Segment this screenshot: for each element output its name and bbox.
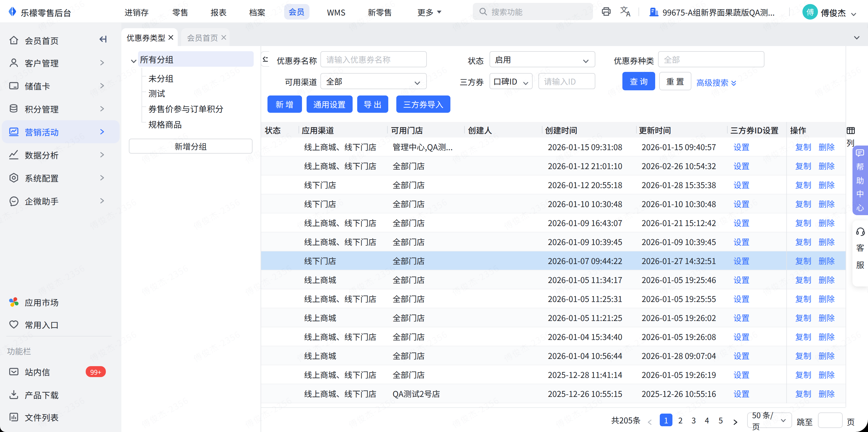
svg-text:A: A: [626, 8, 630, 17]
